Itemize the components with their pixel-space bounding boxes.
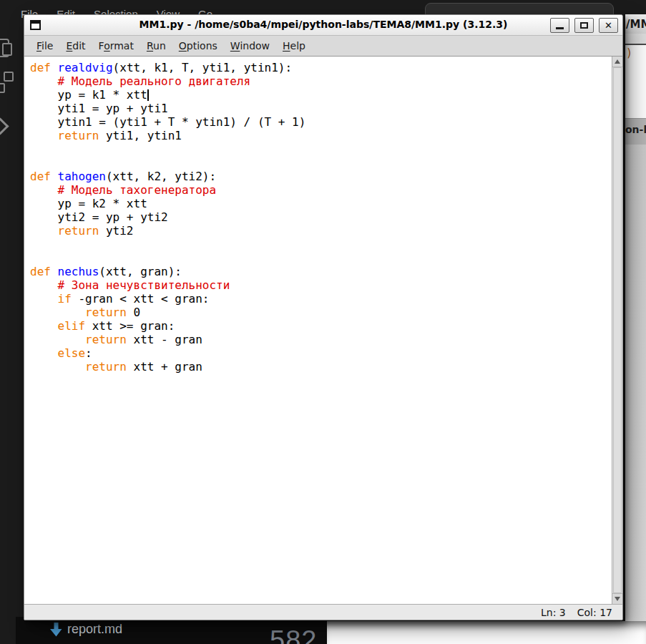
code-line (30, 156, 612, 170)
code-line (30, 142, 612, 156)
vertical-scrollbar[interactable] (612, 57, 622, 604)
background-window-area (625, 145, 646, 621)
chevron-right-icon[interactable] (0, 117, 9, 135)
background-window[interactable]: /MM ) on-l (625, 14, 646, 621)
minimize-button[interactable] (550, 18, 569, 33)
scroll-up-icon (615, 59, 620, 64)
code-line: yp = k1 * xtt (30, 88, 612, 102)
code-line: if -gran < xtt < gran: (30, 292, 612, 306)
extensions-icon[interactable] (0, 83, 5, 93)
code-line: return xtt + gran (30, 360, 612, 374)
code-line: return 0 (30, 306, 612, 319)
vscode-editor-panel[interactable]: report.md 582 (16, 617, 327, 644)
code-line: return yti2 (30, 224, 612, 238)
background-window-band: on-l (625, 118, 646, 145)
code-line: elif xtt >= gran: (30, 319, 612, 333)
code-line: yti1 = yp + yti1 (30, 102, 612, 115)
editor-content: def realdvig(xtt, k1, T, yti1, ytin1): #… (24, 56, 622, 604)
code-line: # Модель тахогенератора (30, 183, 612, 197)
scroll-down-button[interactable] (612, 593, 622, 604)
down-arrow-icon (50, 623, 62, 640)
code-line: def nechus(xtt, gran): (30, 265, 612, 278)
menu-window[interactable]: Window (228, 39, 272, 53)
code-line: # Модель реального двигателя (30, 74, 612, 88)
code-line: ytin1 = (yti1 + T * ytin1) / (T + 1) (30, 115, 612, 129)
background-window-menubar (625, 34, 646, 45)
menu-help[interactable]: Help (280, 39, 308, 53)
open-file-label: report.md (67, 622, 122, 637)
files-icon[interactable] (0, 39, 9, 57)
menu-file[interactable]: File (34, 39, 55, 53)
idle-menubar: FileEditFormatRunOptionsWindowHelp (24, 36, 622, 57)
code-line: else: (30, 346, 612, 360)
scrollbar-thumb[interactable] (613, 67, 622, 593)
code-line: yp = k2 * xtt (30, 197, 612, 210)
code-line (30, 238, 612, 251)
code-line: def tahogen(xtt, k2, yti2): (30, 170, 612, 183)
big-number-text: 582 (270, 627, 317, 644)
code-line: # Зона нечувствительности (30, 278, 612, 292)
background-window-code: ) (625, 45, 646, 118)
code-line: return yti1, ytin1 (30, 129, 612, 142)
code-line (30, 251, 612, 265)
code-line: def realdvig(xtt, k1, T, yti1, ytin1): (30, 61, 612, 74)
close-button[interactable]: ✕ (599, 18, 618, 33)
maximize-button[interactable] (574, 18, 594, 33)
text-cursor (147, 89, 149, 101)
code-line: return xtt - gran (30, 333, 612, 346)
menu-run[interactable]: Run (145, 39, 168, 53)
activity-bar (0, 29, 14, 222)
menu-edit[interactable]: Edit (64, 39, 87, 53)
status-bar: Ln: 3 Col: 17 (24, 604, 622, 620)
title-bar[interactable]: MM1.py - /home/s0ba4/mpei/python-labs/TE… (24, 15, 622, 36)
scroll-up-button[interactable] (612, 57, 622, 67)
background-window-body (327, 621, 646, 644)
menu-format[interactable]: Format (97, 39, 136, 53)
code-editor[interactable]: def realdvig(xtt, k1, T, yti1, ytin1): #… (24, 57, 612, 604)
menu-options[interactable]: Options (177, 39, 220, 53)
scroll-down-icon (615, 597, 620, 601)
window-title: MM1.py - /home/s0ba4/mpei/python-labs/TE… (24, 19, 622, 30)
idle-window: MM1.py - /home/s0ba4/mpei/python-labs/TE… (24, 14, 623, 620)
code-line: yti2 = yp + yti2 (30, 210, 612, 224)
background-window-title: /MM (625, 14, 646, 34)
column-indicator: Col: 17 (577, 607, 612, 618)
extensions-icon[interactable] (4, 72, 14, 82)
line-indicator: Ln: 3 (541, 607, 566, 618)
